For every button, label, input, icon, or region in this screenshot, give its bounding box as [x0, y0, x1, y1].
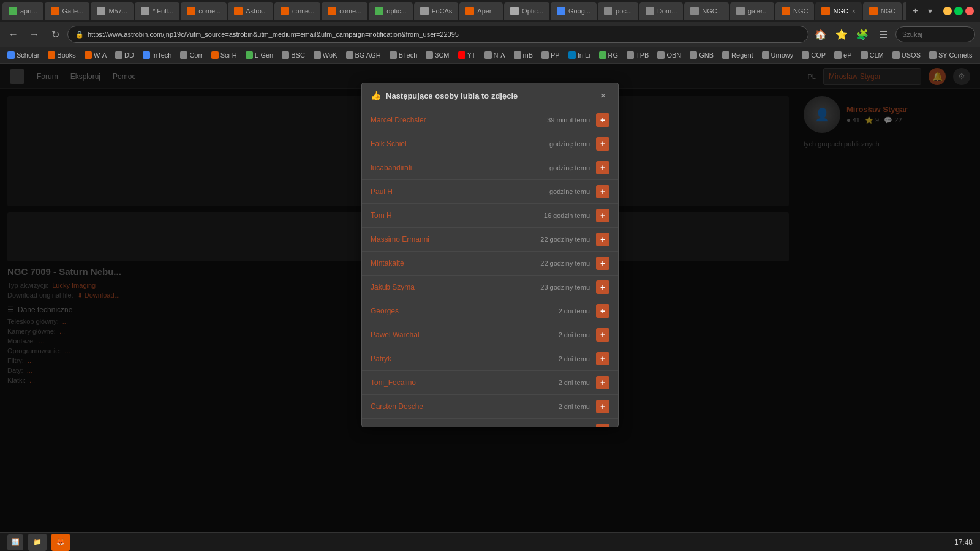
follow-button[interactable]: +: [596, 424, 609, 427]
user-name[interactable]: framoro: [371, 426, 559, 427]
menu-button[interactable]: ☰: [875, 26, 892, 43]
browser-tab[interactable]: NGC...: [684, 2, 729, 20]
bookmark-item[interactable]: Scholar: [4, 50, 43, 60]
user-name[interactable]: Georges: [371, 307, 559, 315]
bookmark-item[interactable]: Books: [44, 50, 80, 60]
bookmark-item[interactable]: In Li: [565, 50, 594, 60]
bookmark-item[interactable]: BSC: [278, 50, 309, 60]
follow-button[interactable]: +: [596, 352, 609, 365]
user-name[interactable]: Falk Schiel: [371, 140, 549, 148]
user-name[interactable]: Patryk: [371, 354, 559, 363]
browser-tab[interactable]: poc...: [598, 2, 638, 20]
browser-tab[interactable]: Goog...: [551, 2, 597, 20]
bookmark-item[interactable]: Regent: [718, 50, 756, 60]
follow-button[interactable]: +: [596, 280, 609, 294]
user-name[interactable]: Massimo Ermanni: [371, 235, 540, 244]
browser-tab[interactable]: Galle...: [45, 2, 90, 20]
user-name[interactable]: Carsten Dosche: [371, 402, 559, 411]
bookmark-item[interactable]: InTech: [139, 50, 175, 60]
bookmark-item[interactable]: Corr: [176, 50, 206, 60]
follow-button[interactable]: +: [596, 113, 609, 127]
user-name[interactable]: Paul H: [371, 187, 549, 196]
bookmark-item[interactable]: CLM: [857, 50, 888, 60]
browser-search-input[interactable]: [895, 26, 975, 42]
extensions-button[interactable]: 🧩: [854, 26, 871, 43]
browser-tab[interactable]: come...: [322, 2, 368, 20]
bookmark-item[interactable]: L-Gen: [242, 50, 277, 60]
bookmark-item[interactable]: » Pozostałe zakładki: [977, 50, 980, 60]
browser-tab[interactable]: FoCAs: [414, 2, 459, 20]
browser-tab[interactable]: M57...: [91, 2, 134, 20]
minimize-button[interactable]: [943, 7, 952, 15]
browser-tab[interactable]: Optic...: [504, 2, 549, 20]
follow-button[interactable]: +: [596, 137, 609, 151]
follow-button[interactable]: +: [596, 161, 609, 174]
browser-tab[interactable]: Astro...: [228, 2, 273, 20]
home-button[interactable]: 🏠: [812, 26, 829, 43]
follow-button[interactable]: +: [596, 185, 609, 198]
start-button[interactable]: 🪟: [7, 534, 23, 550]
follow-button[interactable]: +: [596, 328, 609, 342]
user-name[interactable]: Pawel Warchal: [371, 331, 559, 339]
bookmark-item[interactable]: 3CM: [422, 50, 453, 60]
follow-button[interactable]: +: [596, 257, 609, 270]
follow-button[interactable]: +: [596, 304, 609, 318]
back-button[interactable]: ←: [5, 26, 22, 43]
bookmark-item[interactable]: GNB: [686, 50, 717, 60]
bookmark-item[interactable]: BTech: [386, 50, 421, 60]
bookmark-item[interactable]: RG: [595, 50, 622, 60]
bookmark-item[interactable]: Sci-H: [208, 50, 241, 60]
bookmark-item[interactable]: COP: [798, 50, 829, 60]
bookmark-item[interactable]: DD: [111, 50, 138, 60]
browser-tab[interactable]: ★ Labe...: [903, 2, 906, 20]
maximize-button[interactable]: [954, 7, 963, 15]
user-name[interactable]: Mintakaite: [371, 259, 540, 268]
refresh-button[interactable]: ↻: [47, 26, 64, 43]
user-name[interactable]: lucabandirali: [371, 163, 549, 172]
close-button[interactable]: [965, 7, 974, 15]
bookmark-item[interactable]: BG AGH: [342, 50, 385, 60]
browser-tab[interactable]: galer...: [730, 2, 774, 20]
user-name[interactable]: Toni_Focalino: [371, 378, 559, 387]
tab-favicon: [821, 7, 830, 15]
user-name[interactable]: Marcel Drechsler: [371, 116, 547, 124]
browser-tab[interactable]: * Full...: [135, 2, 179, 20]
bookmark-item[interactable]: Umowy: [758, 50, 797, 60]
taskbar-item-file-manager[interactable]: 📁: [28, 534, 47, 551]
bookmark-item[interactable]: PP: [538, 50, 564, 60]
browser-tab[interactable]: NGC: [775, 2, 814, 20]
new-tab-button[interactable]: +: [909, 6, 922, 17]
bookmark-item[interactable]: OBN: [654, 50, 685, 60]
user-name[interactable]: Jakub Szyma: [371, 283, 540, 291]
browser-tab[interactable]: NGC: [863, 2, 902, 20]
tab-controls[interactable]: + ▾: [909, 6, 938, 17]
follow-button[interactable]: +: [596, 233, 609, 246]
bookmark-item[interactable]: W-A: [81, 50, 110, 60]
taskbar-item-browser[interactable]: 🦊: [51, 534, 70, 551]
bookmark-item[interactable]: WoK: [310, 50, 341, 60]
address-bar[interactable]: 🔒 https://www.astrobin.com/jnp19c/?utm_s…: [67, 26, 809, 43]
forward-button[interactable]: →: [26, 26, 43, 43]
browser-tab[interactable]: NGC×: [815, 2, 861, 20]
browser-tab[interactable]: Dom...: [639, 2, 683, 20]
tab-close-button[interactable]: ×: [852, 8, 856, 15]
bookmark-item[interactable]: eP: [831, 50, 855, 60]
browser-tab[interactable]: come...: [181, 2, 227, 20]
follow-button[interactable]: +: [596, 400, 609, 413]
modal-close-button[interactable]: ×: [597, 89, 609, 102]
browser-tab[interactable]: come...: [274, 2, 320, 20]
bookmark-item[interactable]: YT: [454, 50, 480, 60]
bookmark-star-button[interactable]: ⭐: [833, 26, 850, 43]
bookmark-item[interactable]: SY Comets: [925, 50, 976, 60]
browser-tab[interactable]: apri...: [2, 2, 43, 20]
follow-button[interactable]: +: [596, 209, 609, 222]
follow-button[interactable]: +: [596, 376, 609, 389]
browser-tab[interactable]: optic...: [369, 2, 412, 20]
tab-list-button[interactable]: ▾: [925, 6, 935, 16]
bookmark-item[interactable]: mB: [510, 50, 537, 60]
bookmark-item[interactable]: TPB: [623, 50, 652, 60]
bookmark-item[interactable]: N-A: [481, 50, 509, 60]
user-name[interactable]: Tom H: [371, 211, 544, 220]
bookmark-item[interactable]: USOS: [889, 50, 924, 60]
browser-tab[interactable]: Aper...: [459, 2, 503, 20]
